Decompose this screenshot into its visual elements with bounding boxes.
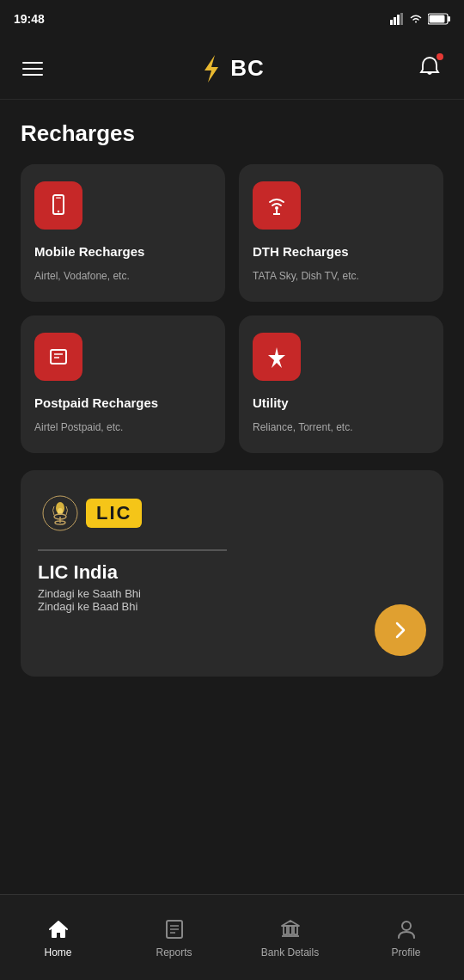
svg-rect-10 [56,198,61,199]
profile-svg [395,918,418,940]
dth-card-title: DTH Recharges [253,243,349,260]
nav-bank-details[interactable]: Bank Details [232,909,348,967]
svg-rect-3 [400,13,403,25]
lic-logo-container: LIC [38,491,426,536]
lic-company-name: LIC India [38,561,426,584]
dth-icon [265,193,289,217]
lic-tagline1: Zindagi ke Saath Bhi [38,587,426,600]
logo: BC [196,53,265,84]
svg-rect-2 [397,15,400,25]
svg-marker-7 [205,55,218,83]
notification-button[interactable] [412,50,447,88]
svg-marker-29 [282,921,299,926]
lic-emblem [38,491,82,536]
svg-point-34 [402,922,411,930]
status-time: 19:48 [14,12,45,26]
svg-rect-0 [390,20,393,25]
mobile-recharge-card[interactable]: Mobile Recharges Airtel, Vodafone, etc. [21,164,225,302]
svg-rect-1 [394,17,396,25]
svg-rect-5 [448,16,450,21]
svg-rect-30 [284,926,287,934]
nav-reports-label: Reports [156,946,192,959]
lic-divider [38,549,227,551]
hamburger-menu[interactable] [17,57,48,81]
bottom-nav: Home Reports Bank Details [0,894,464,980]
nav-home[interactable]: Home [0,909,116,967]
postpaid-card-subtitle: Airtel Postpaid, etc. [34,420,123,435]
reports-icon [162,917,186,941]
svg-rect-14 [51,350,66,364]
bank-svg [279,918,302,940]
postpaid-icon [46,345,70,369]
utility-card-subtitle: Reliance, Torrent, etc. [253,420,353,435]
lic-abbreviation: LIC [96,502,131,524]
utility-card[interactable]: Utility Reliance, Torrent, etc. [239,315,443,453]
nav-reports[interactable]: Reports [116,909,232,967]
status-bar: 19:48 [0,0,464,38]
mobile-icon-circle [34,181,82,230]
nav-profile-label: Profile [391,946,420,959]
postpaid-icon-circle [34,333,82,381]
svg-marker-18 [268,347,285,368]
nav-bank-label: Bank Details [261,946,319,959]
svg-point-9 [58,211,59,212]
lic-emblem-icon [40,493,81,534]
utility-icon [265,345,289,369]
dth-recharge-card[interactable]: DTH Recharges TATA Sky, Dish TV, etc. [239,164,443,302]
home-icon [46,917,70,941]
nav-profile[interactable]: Profile [348,909,464,967]
dth-card-subtitle: TATA Sky, Dish TV, etc. [253,269,359,284]
svg-rect-32 [294,926,297,934]
recharges-grid: Mobile Recharges Airtel, Vodafone, etc. … [21,164,443,453]
nav-home-label: Home [44,946,71,959]
battery-icon [428,13,450,25]
signal-icon [390,13,404,25]
wifi-icon [409,14,423,24]
status-icons [390,13,450,25]
postpaid-recharge-card[interactable]: Postpaid Recharges Airtel Postpaid, etc. [21,315,225,453]
lic-text-logo: LIC [86,499,142,528]
mobile-card-title: Mobile Recharges [34,243,144,260]
profile-icon [394,917,418,941]
home-svg [47,918,70,940]
utility-icon-circle [253,333,301,381]
postpaid-card-title: Postpaid Recharges [34,395,158,412]
notification-dot [437,53,443,60]
mobile-icon [46,193,70,217]
lic-tagline2: Zindagi ke Baad Bhi [38,600,426,613]
logo-text: BC [230,55,265,82]
mobile-card-subtitle: Airtel, Vodafone, etc. [34,269,130,284]
lic-arrow-button[interactable] [375,604,426,656]
svg-rect-6 [430,15,445,23]
utility-card-title: Utility [253,395,289,412]
main-content: Recharges Mobile Recharges Airtel, Vodaf… [0,100,464,793]
arrow-right-icon [390,620,411,640]
bank-icon [278,917,302,941]
recharges-title: Recharges [21,120,443,147]
dth-icon-circle [253,181,301,230]
logo-bolt-icon [196,53,227,84]
reports-svg [163,918,186,940]
svg-point-11 [275,206,278,210]
lic-banner[interactable]: LIC LIC India Zindagi ke Saath Bhi Zinda… [21,470,443,677]
header: BC [0,38,464,100]
svg-rect-31 [289,926,292,934]
